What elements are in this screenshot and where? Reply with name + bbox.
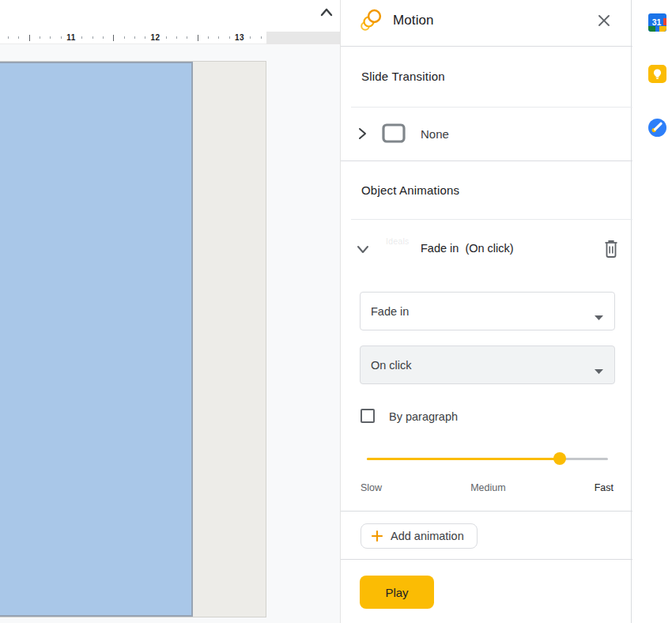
google-tasks-icon[interactable] [648, 119, 666, 137]
ruler-number: 12 [150, 33, 160, 42]
ruler-tick [166, 36, 167, 39]
google-keep-icon[interactable] [648, 65, 666, 83]
delete-animation-button[interactable] [602, 239, 621, 259]
divider [351, 107, 632, 108]
chevron-right-icon [354, 126, 370, 142]
object-animations-heading: Object Animations [361, 183, 459, 197]
ruler-tick [92, 36, 93, 39]
ruler-tick [29, 35, 30, 41]
speed-label-slow: Slow [361, 482, 382, 493]
expand-transition-button[interactable] [354, 126, 370, 142]
collapse-toolbar-button[interactable] [318, 4, 335, 21]
dropdown-caret-icon [595, 363, 603, 377]
horizontal-ruler: 111213 [0, 32, 340, 44]
ruler-overflow-area [266, 32, 340, 44]
ruler-number: 13 [235, 33, 244, 42]
ruler-tick [40, 36, 40, 39]
collapse-animation-button[interactable] [355, 241, 371, 257]
ruler-tick [103, 36, 104, 39]
ruler-tick [218, 36, 219, 39]
animation-summary-label[interactable]: Fade in (On click) [421, 242, 514, 255]
ruler-tick [50, 36, 51, 39]
speed-slider-thumb[interactable] [553, 452, 566, 465]
speed-label-fast: Fast [595, 482, 613, 493]
ruler-tick [81, 36, 82, 39]
ruler-tick [187, 36, 187, 39]
speed-slider-labels: Slow Medium Fast [361, 482, 613, 493]
google-calendar-icon[interactable]: 31 [648, 13, 666, 32]
ruler-tick [229, 36, 230, 39]
play-button[interactable]: Play [360, 576, 434, 609]
divider [341, 559, 632, 560]
ruler-tick [250, 36, 251, 39]
chevron-up-icon [318, 4, 335, 21]
chevron-down-icon [355, 241, 371, 257]
animation-effect-select[interactable]: Fade in [360, 292, 615, 330]
google-apps-side-bar: 31 [632, 0, 672, 623]
slide-page [0, 61, 266, 617]
add-animation-label: Add animation [391, 530, 464, 542]
motion-panel-icon [359, 9, 383, 32]
panel-title: Motion [393, 13, 434, 28]
divider [341, 46, 632, 47]
ruler-number: 11 [66, 33, 76, 42]
transition-none-icon [381, 120, 406, 147]
ghost-label: Ideals [386, 236, 409, 246]
google-slides-motion-view: 111213 Motion Slide Transition [0, 0, 672, 623]
divider [341, 160, 632, 161]
animation-effect-value: Fade in [371, 305, 409, 318]
close-panel-button[interactable] [595, 12, 613, 29]
slide-transition-heading: Slide Transition [361, 70, 445, 83]
transition-value[interactable]: None [421, 127, 449, 141]
divider [341, 511, 632, 512]
svg-text:31: 31 [652, 17, 662, 27]
ruler-tick [124, 36, 125, 39]
divider [351, 219, 632, 220]
speed-slider-active-track [367, 458, 560, 460]
ruler-tick [8, 36, 9, 39]
ruler-tick [145, 36, 145, 39]
speed-slider-track[interactable] [367, 458, 608, 460]
animation-trigger-value: On click [371, 359, 412, 372]
slide-canvas-area: 111213 [0, 0, 340, 623]
add-animation-button[interactable]: Add animation [361, 523, 478, 549]
slide-blue-rectangle-shape[interactable] [0, 62, 193, 617]
animation-trigger-select[interactable]: On click [360, 345, 615, 384]
ruler-tick [261, 36, 262, 39]
dropdown-caret-icon [595, 309, 603, 323]
ruler-tick [18, 36, 19, 39]
ruler-tick [176, 36, 177, 39]
close-icon [595, 12, 613, 29]
by-paragraph-checkbox[interactable] [361, 409, 375, 423]
trash-icon [602, 239, 621, 259]
plus-icon [371, 530, 383, 542]
motion-panel: Motion Slide Transition None Object Anim… [340, 0, 632, 623]
ruler-tick [208, 36, 209, 39]
toolbar-strip [0, 0, 340, 32]
by-paragraph-label: By paragraph [389, 410, 458, 423]
ruler-tick [134, 36, 135, 39]
ruler-tick [198, 35, 198, 41]
ruler-tick [61, 36, 62, 39]
slide-workspace [0, 44, 340, 623]
speed-label-medium: Medium [470, 482, 505, 493]
ruler-tick [113, 35, 114, 41]
